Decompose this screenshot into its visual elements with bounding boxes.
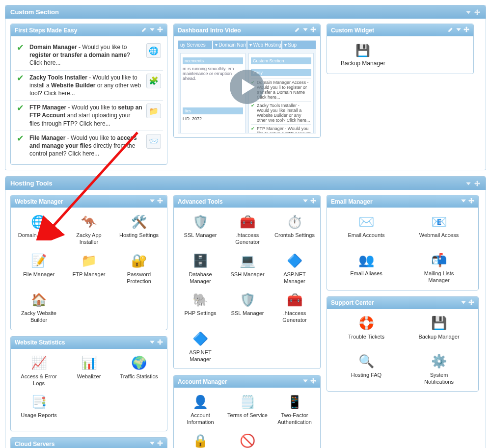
move-icon[interactable] bbox=[464, 26, 469, 34]
email-aliases-tool[interactable]: 👥Email Aliases bbox=[344, 250, 389, 286]
move-icon[interactable] bbox=[157, 26, 163, 34]
account-closure-tool[interactable]: 🚫Account Closure bbox=[225, 431, 270, 448]
usage-reports-tool[interactable]: 📑Usage Reports bbox=[16, 392, 61, 427]
ftp-manager-tool[interactable]: 📁FTP Manager bbox=[66, 251, 111, 287]
shield-icon: 🛡️ bbox=[239, 291, 256, 308]
ftp-folder-icon: 📁 bbox=[80, 253, 98, 269]
move-icon[interactable] bbox=[310, 378, 316, 385]
hosting-faq-tool[interactable]: 🔍Hosting FAQ bbox=[344, 351, 389, 388]
trouble-tickets-tool[interactable]: 🛟Trouble Tickets bbox=[344, 313, 389, 348]
tool-label: Usage Reports bbox=[21, 412, 56, 425]
advanced-tools-title: Advanced Tools bbox=[178, 198, 223, 205]
tool-label: Database Manager bbox=[179, 271, 222, 285]
move-icon[interactable] bbox=[157, 440, 163, 448]
move-icon[interactable] bbox=[468, 198, 474, 205]
backup-manager-widget[interactable]: 💾 Backup Manager bbox=[331, 40, 395, 70]
first-step-item[interactable]: ✔Domain Manager - Would you like to regi… bbox=[15, 40, 163, 70]
tool-label: FTP Manager bbox=[72, 271, 105, 284]
collapse-icon[interactable] bbox=[465, 9, 472, 16]
edit-icon[interactable] bbox=[448, 26, 454, 34]
account-information-tool[interactable]: 👤Account Information bbox=[178, 392, 223, 428]
terms-of-service-tool[interactable]: 🗒️Terms of Service bbox=[225, 392, 270, 428]
email-manager-panel: Email Manager ✉️Email Accounts📧Webmail A… bbox=[327, 195, 479, 290]
cloud-servers-title: Cloud Servers bbox=[15, 441, 55, 448]
webmail-access-tool[interactable]: 📧Webmail Access bbox=[416, 211, 462, 247]
ssh-manager-tool[interactable]: 💻SSH Manager bbox=[225, 251, 270, 287]
aspnet-icon: 🔷 bbox=[286, 253, 303, 269]
move-icon[interactable] bbox=[157, 198, 163, 205]
webalizer-tool[interactable]: 📊Webalizer bbox=[66, 353, 111, 389]
person-lock-icon: 🔒 bbox=[191, 433, 209, 448]
tool-label: SSL Manager bbox=[184, 232, 217, 245]
two-factor-authentication-tool[interactable]: 📱Two-Factor Authentication bbox=[272, 392, 317, 428]
password-protection-tool[interactable]: 🔐Password Protection bbox=[116, 251, 162, 287]
php-icon: 🐘 bbox=[191, 291, 209, 308]
-htaccess-generator-tool[interactable]: 🧰.htaccess Generator bbox=[272, 290, 317, 326]
move-icon[interactable] bbox=[157, 339, 163, 346]
collapse-icon[interactable] bbox=[302, 198, 308, 205]
globe-www-icon: 🌐 bbox=[146, 43, 161, 58]
first-step-item[interactable]: ✔Zacky Tools Installer - Would you like … bbox=[15, 70, 163, 101]
mailing-lists-manager-tool[interactable]: 📬Mailing Lists Manager bbox=[416, 250, 462, 286]
account-password-tool[interactable]: 🔒Account Password bbox=[178, 431, 223, 448]
move-icon[interactable] bbox=[474, 9, 481, 16]
website-statistics-panel: Website Statistics 📈Access & Error Logs📊… bbox=[10, 336, 167, 432]
video-tab: ▾ Sup bbox=[282, 41, 316, 49]
wrench-icon: 🛠️ bbox=[130, 213, 148, 230]
collapse-icon[interactable] bbox=[149, 26, 155, 34]
collapse-icon[interactable] bbox=[149, 440, 155, 448]
move-icon[interactable] bbox=[310, 198, 316, 205]
php-settings-tool[interactable]: 🐘PHP Settings bbox=[178, 290, 223, 326]
collapse-icon[interactable] bbox=[302, 26, 308, 34]
collapse-icon[interactable] bbox=[456, 26, 462, 34]
crontab-settings-tool[interactable]: ⏱️Crontab Settings bbox=[272, 211, 317, 248]
magnify-q-icon: 🔍 bbox=[357, 353, 375, 370]
first-step-text: FTP Manager - Would you like to setup an… bbox=[29, 104, 142, 128]
collapse-icon[interactable] bbox=[149, 339, 155, 346]
collapse-icon[interactable] bbox=[461, 299, 466, 307]
collapse-icon[interactable] bbox=[465, 180, 472, 187]
ssl-manager-tool[interactable]: 🛡️SSL Manager bbox=[178, 211, 223, 248]
hosting-settings-tool[interactable]: 🛠️Hosting Settings bbox=[116, 211, 162, 248]
zacky-website-builder-tool[interactable]: 🏠Zacky Website Builder bbox=[16, 290, 61, 326]
play-icon[interactable] bbox=[230, 70, 264, 104]
asp-net-manager-tool[interactable]: 🔷ASP.NET Manager bbox=[272, 251, 317, 287]
access-error-logs-tool[interactable]: 📈Access & Error Logs bbox=[16, 353, 61, 389]
first-step-item[interactable]: ✔FTP Manager - Would you like to setup a… bbox=[15, 100, 163, 131]
video-mini-step: ✔Zacky Tools Installer - Would you like … bbox=[251, 101, 311, 124]
email-accounts-tool[interactable]: ✉️Email Accounts bbox=[344, 211, 389, 247]
notepad-icon: 🗒️ bbox=[239, 394, 256, 410]
move-icon[interactable] bbox=[310, 26, 316, 34]
ssl-manager-tool[interactable]: 🛡️SSL Manager bbox=[225, 290, 270, 326]
hosting-tools-title: Hosting Tools bbox=[10, 180, 465, 187]
system-notifications-tool[interactable]: ⚙️System Notifications bbox=[416, 351, 462, 388]
asp-net-manager-tool[interactable]: 🔷ASP.NET Manager bbox=[178, 329, 223, 365]
domain-manager-tool[interactable]: 🌐Domain Manager bbox=[16, 211, 61, 248]
edit-icon[interactable] bbox=[295, 26, 300, 34]
traffic-statistics-tool[interactable]: 🌍Traffic Statistics bbox=[116, 353, 162, 389]
zacky-app-installer-tool[interactable]: 🦘Zacky App Installer bbox=[66, 211, 111, 248]
first-step-item[interactable]: ✔File Manager - Would you like to access… bbox=[15, 131, 163, 161]
check-icon: ✔ bbox=[17, 104, 26, 112]
tool-label: ASP.NET Manager bbox=[179, 349, 222, 363]
collapse-icon[interactable] bbox=[461, 198, 466, 205]
backup-manager-tool[interactable]: 💾Backup Manager bbox=[416, 313, 462, 348]
move-icon[interactable] bbox=[474, 180, 481, 187]
-htaccess-generator-tool[interactable]: 🧰.htaccess Generator bbox=[225, 211, 270, 248]
tool-label: Domain Manager bbox=[18, 232, 59, 245]
database-manager-tool[interactable]: 🗄️Database Manager bbox=[178, 251, 223, 287]
account-manager-title: Account Manager bbox=[178, 378, 227, 385]
custom-widget-panel: Custom Widget 💾 Backup Manager bbox=[327, 24, 474, 74]
video-preview[interactable]: uy Services▾ Domain Names▾ Web Hosting▾ … bbox=[178, 40, 316, 133]
tool-label: Zacky App Installer bbox=[67, 232, 110, 246]
edit-icon[interactable] bbox=[141, 26, 147, 34]
globe-www-icon: 🌐 bbox=[30, 213, 48, 230]
collapse-icon[interactable] bbox=[302, 378, 308, 385]
move-icon[interactable] bbox=[468, 299, 474, 307]
dashboard-video-title: Dashboard Intro Video bbox=[178, 27, 241, 34]
tool-label: SSL Manager bbox=[231, 310, 264, 323]
tools-bundle-icon: 🧩 bbox=[146, 74, 161, 88]
custom-widget-title: Custom Widget bbox=[331, 27, 374, 34]
file-manager-tool[interactable]: 📝File Manager bbox=[16, 251, 61, 287]
collapse-icon[interactable] bbox=[149, 198, 155, 205]
